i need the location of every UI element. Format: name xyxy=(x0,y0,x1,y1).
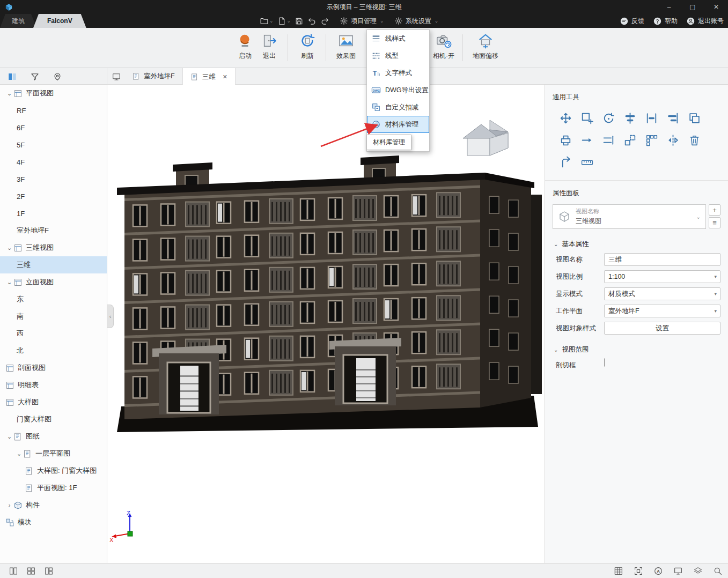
chevron-down-icon[interactable]: ⌄ xyxy=(5,90,13,97)
display-mode-select[interactable]: 材质模式▾ xyxy=(604,287,720,300)
chevron-down-icon[interactable]: ⌄ xyxy=(5,244,13,251)
feedback-button[interactable]: 反馈 xyxy=(620,17,644,26)
camera-on-button[interactable]: 相机-开 xyxy=(429,33,459,61)
work-plane-select[interactable]: 室外地坪F▾ xyxy=(604,305,720,317)
panel-layout-icon[interactable] xyxy=(8,72,17,81)
view-scale-select[interactable]: 1:100▾ xyxy=(604,270,720,283)
tree-item-detail-views[interactable]: 大样图 xyxy=(0,394,107,411)
tree-item-rf[interactable]: RF xyxy=(0,102,107,119)
tool-alignc-button[interactable] xyxy=(622,110,637,125)
refresh-button[interactable]: 刷新 xyxy=(292,33,322,61)
view-object-style-button[interactable]: 设置 xyxy=(604,322,720,335)
tree-item-2f[interactable]: 2F xyxy=(0,188,107,205)
close-tab-icon[interactable]: ✕ xyxy=(223,73,227,80)
ground-offset-button[interactable]: 地面偏移 xyxy=(470,33,501,61)
menu-item-dwg-export-settings[interactable]: DWGDWG导出设置 xyxy=(367,81,429,99)
tree-item-north[interactable]: 北 xyxy=(0,342,107,359)
new-file-button[interactable]: ⌄ xyxy=(277,17,291,26)
tree-item-outdoor-ground-f[interactable]: 室外地坪F xyxy=(0,222,107,239)
view-tab-3d[interactable]: 三维✕ xyxy=(183,68,236,85)
chevron-right-icon[interactable]: › xyxy=(5,502,13,508)
render-image-button[interactable]: 效果图 xyxy=(331,33,361,61)
tilev-icon[interactable] xyxy=(9,566,18,576)
undo-button[interactable] xyxy=(307,17,317,26)
menu-item-text-style[interactable]: T文字样式 xyxy=(367,64,429,81)
chevron-down-icon[interactable]: ⌄ xyxy=(5,433,13,440)
tool-copy-button[interactable] xyxy=(687,110,702,125)
project-management-menu[interactable]: 项目管理 ⌄ xyxy=(340,17,384,26)
tree-item-section-views[interactable]: 剖面视图 xyxy=(0,359,107,376)
gridtable-icon[interactable] xyxy=(614,566,623,576)
tree-item-elevation-views[interactable]: ⌄立面视图 xyxy=(0,273,107,291)
minimize-button[interactable]: – xyxy=(657,0,681,14)
tree-item-schedules[interactable]: 明细表 xyxy=(0,376,107,394)
tree-item-4f[interactable]: 4F xyxy=(0,153,107,171)
filter-icon[interactable] xyxy=(30,72,40,81)
fitframe-icon[interactable] xyxy=(634,566,643,576)
tree-item-detail-door-window[interactable]: 大样图: 门窗大样图 xyxy=(0,462,107,479)
chevron-down-icon[interactable]: ⌄ xyxy=(5,279,13,286)
tool-rotate-button[interactable] xyxy=(601,110,616,125)
menu-item-line-type[interactable]: 线型 xyxy=(367,47,429,64)
tree-item-components[interactable]: ›构件 xyxy=(0,497,107,514)
tree-item-3d-views[interactable]: ⌄三维视图 xyxy=(0,239,107,256)
tree-item-plan-1f[interactable]: 平面视图: 1F xyxy=(0,479,107,497)
menu-item-material-library[interactable]: 材料库管理 xyxy=(367,116,429,133)
tool-measure-button[interactable] xyxy=(579,154,594,169)
logout-button[interactable]: 退出账号 xyxy=(686,17,724,26)
section-box-checkbox[interactable] xyxy=(604,358,605,367)
tree-item-west[interactable]: 西 xyxy=(0,325,107,342)
tool-trim-button[interactable] xyxy=(601,132,616,147)
maximize-button[interactable]: ▢ xyxy=(681,0,704,14)
tree-item-east[interactable]: 东 xyxy=(0,291,107,308)
tree-item-modules[interactable]: 模块 xyxy=(0,514,107,531)
zoomext-icon[interactable] xyxy=(713,566,723,576)
tool-alignr-button[interactable] xyxy=(665,110,680,125)
display-icon[interactable] xyxy=(673,566,683,576)
save-button[interactable] xyxy=(295,17,304,26)
home-view-widget[interactable] xyxy=(459,117,510,161)
location-pin-icon[interactable] xyxy=(53,72,62,81)
view-name-input[interactable] xyxy=(604,253,720,266)
tree-item-6f[interactable]: 6F xyxy=(0,119,107,136)
tool-array-button[interactable] xyxy=(644,132,659,147)
tool-stack-button[interactable] xyxy=(558,132,573,147)
tree-item-3d[interactable]: 三维 xyxy=(0,256,107,273)
section-header[interactable]: ⌄基本属性 xyxy=(554,240,728,249)
tool-delete-button[interactable] xyxy=(687,132,702,147)
tool-offset-button[interactable] xyxy=(558,154,573,169)
tool-boxplus-button[interactable] xyxy=(579,110,594,125)
redo-button[interactable] xyxy=(320,17,329,26)
tree-item-plan-views[interactable]: ⌄平面视图 xyxy=(0,85,107,102)
tree-item-3f[interactable]: 3F xyxy=(0,171,107,188)
tilegrid-icon[interactable] xyxy=(26,566,36,576)
tool-dist-button[interactable] xyxy=(644,110,659,125)
system-settings-menu[interactable]: 系统设置 ⌄ xyxy=(394,17,439,26)
view-tab-outdoor-ground-f[interactable]: 室外地坪F xyxy=(124,68,183,85)
menu-item-line-style[interactable]: 线样式 xyxy=(367,30,429,47)
layers-icon[interactable] xyxy=(693,566,703,576)
tree-item-5f[interactable]: 5F xyxy=(0,136,107,153)
tree-item-door-window-detail[interactable]: 门窗大样图 xyxy=(0,411,107,428)
tree-item-first-floor-plan[interactable]: ⌄一层平面图 xyxy=(0,445,107,462)
usera-icon[interactable]: A xyxy=(653,566,663,576)
help-button[interactable]: 帮助 xyxy=(653,17,678,26)
tree-item-south[interactable]: 南 xyxy=(0,308,107,325)
tree-item-1f[interactable]: 1F xyxy=(0,205,107,222)
menu-item-custom-subtract[interactable]: 自定义扣减 xyxy=(367,99,429,116)
open-file-button[interactable]: ⌄ xyxy=(260,17,274,26)
close-button[interactable]: ✕ xyxy=(704,0,728,14)
tree-item-sheets[interactable]: ⌄图纸 xyxy=(0,428,107,445)
tool-mirror-button[interactable] xyxy=(665,132,680,147)
tool-scale-button[interactable] xyxy=(622,132,637,147)
screen-icon[interactable] xyxy=(112,72,121,81)
section-header[interactable]: ⌄视图范围 xyxy=(554,345,728,354)
tilemix-icon[interactable] xyxy=(44,566,54,576)
tool-extend-button[interactable] xyxy=(579,132,594,147)
add-type-button[interactable]: + xyxy=(709,204,720,216)
tab-architecture[interactable]: 建筑 xyxy=(0,14,36,28)
viewport-3d[interactable]: Z X ‹ xyxy=(107,85,545,563)
chevron-down-icon[interactable]: ⌄ xyxy=(15,450,23,457)
exit-button[interactable]: 退出 xyxy=(254,33,284,61)
type-selector[interactable]: 视图名称 三维视图 ⌄ xyxy=(553,204,706,229)
